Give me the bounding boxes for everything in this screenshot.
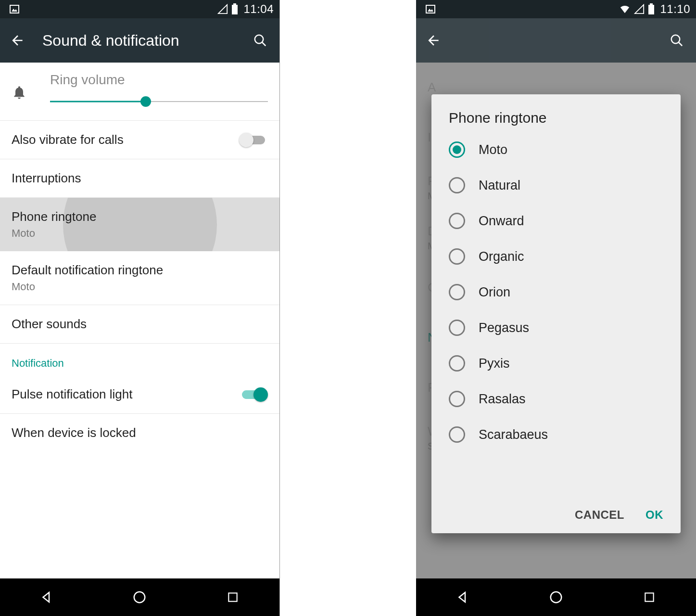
ringtone-option-label: Rasalas [479, 392, 526, 407]
dialog-actions: CANCEL OK [431, 500, 681, 533]
nav-recents-button[interactable] [223, 588, 242, 607]
ringtone-option-label: Pegasus [479, 321, 529, 335]
item-title: Other sounds [12, 317, 268, 332]
svg-rect-0 [10, 5, 19, 13]
cancel-button[interactable]: CANCEL [575, 508, 624, 522]
wifi-icon [619, 4, 631, 14]
svg-rect-15 [645, 593, 653, 601]
svg-rect-10 [648, 5, 654, 14]
nav-recents-button[interactable] [640, 588, 659, 607]
ring-volume-slider[interactable] [50, 96, 268, 107]
ring-volume-label: Ring volume [50, 72, 268, 88]
radio-icon [449, 391, 465, 407]
vibrate-for-calls-row[interactable]: Also vibrate for calls [0, 121, 279, 159]
item-title: When device is locked [12, 425, 268, 440]
status-time: 11:10 [660, 2, 690, 16]
picture-icon [425, 3, 436, 15]
android-navbar [0, 578, 279, 616]
ringtone-option[interactable]: Natural [431, 167, 681, 203]
search-button[interactable] [251, 33, 270, 48]
svg-rect-2 [232, 5, 238, 14]
phone-screen-ringtone-dialog: 11:10 A I PM DM C N P WS Phone ringtone … [416, 0, 696, 616]
ringtone-option-label: Organic [479, 249, 524, 264]
nav-home-button[interactable] [130, 588, 149, 607]
ringtone-option[interactable]: Rasalas [431, 381, 681, 417]
ring-volume-row: Ring volume [0, 63, 279, 121]
svg-rect-3 [233, 3, 236, 5]
svg-rect-8 [426, 5, 435, 13]
search-icon [667, 33, 686, 48]
phone-screen-sound-settings: 11:04 Sound & notification Ring volume [0, 0, 280, 616]
picture-icon [9, 3, 20, 15]
ringtone-option-label: Pyxis [479, 356, 510, 371]
ringtone-option-label: Natural [479, 178, 520, 193]
svg-point-6 [134, 592, 145, 603]
radio-icon [449, 426, 465, 443]
back-button [426, 33, 445, 48]
svg-rect-7 [228, 593, 237, 601]
notification-section-header: Notification [0, 344, 279, 375]
svg-marker-1 [12, 9, 17, 12]
radio-icon [449, 213, 465, 229]
item-title: Phone ringtone [12, 209, 268, 224]
item-title: Pulse notification light [12, 387, 268, 402]
ringtone-option-label: Orion [479, 285, 510, 300]
pulse-toggle[interactable] [239, 388, 268, 401]
svg-rect-11 [650, 3, 653, 5]
app-bar-dimmed [416, 18, 696, 63]
ok-button[interactable]: OK [645, 508, 663, 522]
ringtone-option[interactable]: Pyxis [431, 346, 681, 381]
ringtone-dialog: Phone ringtone MotoNaturalOnwardOrganicO… [431, 94, 681, 533]
app-bar: Sound & notification [0, 18, 279, 63]
dimmed-content: A I PM DM C N P WS Phone ringtone MotoNa… [416, 63, 696, 578]
ringtone-option-label: Moto [479, 142, 507, 157]
nav-back-button[interactable] [37, 588, 56, 607]
battery-full-icon [647, 3, 655, 15]
svg-point-14 [551, 592, 562, 603]
status-time: 11:04 [243, 2, 274, 16]
svg-point-12 [671, 35, 680, 44]
other-sounds-row[interactable]: Other sounds [0, 305, 279, 344]
interruptions-row[interactable]: Interruptions [0, 159, 279, 198]
cell-signal-empty-icon [217, 4, 228, 14]
when-device-locked-row[interactable]: When device is locked [0, 414, 279, 452]
ringtone-option[interactable]: Pegasus [431, 310, 681, 346]
item-title: Default notification ringtone [12, 263, 268, 278]
app-bar-title: Sound & notification [42, 32, 251, 50]
radio-icon [449, 177, 465, 193]
ringtone-option[interactable]: Onward [431, 203, 681, 239]
bell-icon [12, 85, 37, 102]
radio-icon [449, 248, 465, 265]
ringtone-option[interactable]: Scarabaeus [431, 417, 681, 452]
dialog-title: Phone ringtone [431, 94, 681, 132]
vibrate-toggle[interactable] [239, 133, 268, 147]
item-subtitle: Moto [12, 281, 268, 293]
nav-home-button[interactable] [546, 588, 566, 607]
ringtone-option[interactable]: Orion [431, 274, 681, 310]
svg-marker-9 [428, 9, 433, 12]
cell-signal-empty-icon [634, 4, 645, 14]
radio-icon [449, 355, 465, 372]
ringtone-option-list[interactable]: MotoNaturalOnwardOrganicOrionPegasusPyxi… [431, 132, 681, 500]
svg-line-13 [679, 42, 683, 46]
item-subtitle: Moto [12, 227, 268, 240]
phone-ringtone-row[interactable]: Phone ringtone Moto [0, 198, 279, 251]
svg-point-4 [255, 35, 264, 44]
ringtone-option[interactable]: Organic [431, 239, 681, 274]
ringtone-option-label: Scarabaeus [479, 427, 548, 442]
radio-icon [449, 141, 465, 158]
android-navbar [416, 578, 696, 616]
status-bar: 11:10 [416, 0, 696, 18]
radio-icon [449, 320, 465, 336]
svg-line-5 [262, 42, 266, 46]
settings-scroll[interactable]: Ring volume Also vibrate for calls Inter… [0, 63, 279, 578]
ringtone-option-label: Onward [479, 214, 524, 229]
ringtone-option[interactable]: Moto [431, 132, 681, 167]
nav-back-button[interactable] [453, 588, 472, 607]
back-button[interactable] [10, 33, 29, 48]
battery-full-icon [231, 3, 239, 15]
default-notification-ringtone-row[interactable]: Default notification ringtone Moto [0, 251, 279, 305]
item-title: Interruptions [12, 171, 268, 186]
pulse-notification-light-row[interactable]: Pulse notification light [0, 375, 279, 414]
radio-icon [449, 284, 465, 300]
